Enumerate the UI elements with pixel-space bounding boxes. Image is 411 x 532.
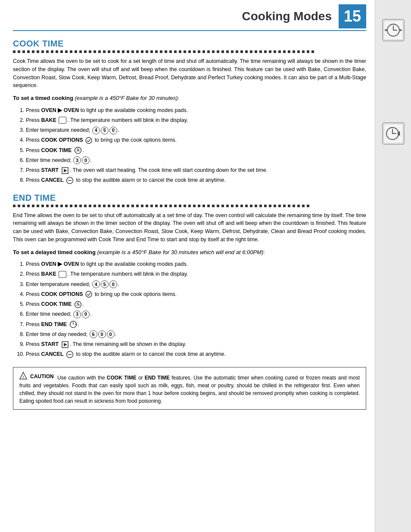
dot xyxy=(288,50,290,53)
end-time-step-9: Press START . The time remaining will be… xyxy=(26,340,366,349)
dot xyxy=(274,50,276,53)
dot xyxy=(202,205,205,207)
svg-point-0 xyxy=(86,137,92,143)
end-time-step-4: Press COOK OPTIONS to bring up the cook … xyxy=(26,290,366,299)
dot xyxy=(27,50,30,53)
key-0d: 0 xyxy=(82,311,90,318)
dot xyxy=(155,50,158,53)
cancel-icon-2 xyxy=(66,351,74,358)
dot xyxy=(283,205,286,207)
key-6: 6 xyxy=(90,330,97,338)
dot xyxy=(165,205,167,207)
page-title: Cooking Modes xyxy=(13,9,339,23)
dot xyxy=(311,50,314,53)
dot xyxy=(307,205,309,207)
checkmark-icon xyxy=(85,137,92,144)
dot xyxy=(18,50,20,53)
end-time-sub-heading: To set a delayed timed cooking (example … xyxy=(13,248,366,257)
dot xyxy=(240,50,243,53)
dot xyxy=(278,50,281,53)
dot xyxy=(141,205,143,207)
end-time-step-5: Press COOK TIME . xyxy=(26,300,366,309)
dot xyxy=(122,205,125,207)
dot xyxy=(297,205,300,207)
dot xyxy=(236,50,238,53)
cook-time-btn-icon xyxy=(74,146,82,154)
dot xyxy=(217,205,219,207)
key-5: 5 xyxy=(101,127,109,134)
cook-time-sub-heading-colon: : xyxy=(178,95,180,101)
dot xyxy=(146,50,148,53)
dot xyxy=(221,205,224,207)
dot xyxy=(297,50,300,53)
dot xyxy=(302,50,305,53)
dot xyxy=(307,50,309,53)
dot xyxy=(179,50,181,53)
caution-box: ! CAUTION Use caution with the COOK TIME… xyxy=(13,367,366,410)
key-3: 3 xyxy=(73,156,81,164)
dot xyxy=(184,50,186,53)
end-time-step-2: Press BAKE . The temperature numbers wil… xyxy=(26,270,366,279)
dot xyxy=(188,50,191,53)
dot xyxy=(212,205,215,207)
end-time-heading: END TIME xyxy=(13,193,366,203)
dot xyxy=(255,205,257,207)
caution-label: ! CAUTION xyxy=(19,372,54,382)
dot xyxy=(269,50,271,53)
svg-marker-12 xyxy=(64,343,67,346)
dot xyxy=(127,205,129,207)
cook-time-btn-icon-2 xyxy=(74,301,82,308)
dot xyxy=(236,205,238,207)
dot xyxy=(231,205,234,207)
dot xyxy=(240,205,243,207)
dot xyxy=(32,205,34,207)
dot xyxy=(93,205,96,207)
cook-time-divider xyxy=(13,50,366,53)
cancel-icon xyxy=(66,177,74,184)
cook-time-step-7: Press START . The oven will start heatin… xyxy=(26,166,366,175)
dot xyxy=(169,50,172,53)
dot xyxy=(84,50,87,53)
bake-square-icon-2 xyxy=(59,271,66,278)
end-time-step-8: Enter time of day needed; 600. xyxy=(26,330,366,339)
main-content: Cooking Modes 15 COOK TIME xyxy=(0,0,375,532)
dot xyxy=(108,50,110,53)
caution-triangle-icon: ! xyxy=(19,372,27,382)
dot xyxy=(264,205,267,207)
dot xyxy=(169,205,172,207)
dot xyxy=(174,50,177,53)
dot xyxy=(146,205,148,207)
cook-time-sub-heading-bold: To set a timed cooking xyxy=(13,95,73,101)
key-4: 4 xyxy=(92,127,100,134)
page-number: 15 xyxy=(339,4,366,28)
dot xyxy=(245,205,248,207)
dot xyxy=(75,205,77,207)
dot xyxy=(198,205,200,207)
dot xyxy=(41,205,44,207)
dot xyxy=(136,50,139,53)
cook-time-step-6: Enter time needed; 30. xyxy=(26,156,366,165)
dot xyxy=(51,205,53,207)
dot xyxy=(160,205,162,207)
dot xyxy=(184,205,186,207)
cook-time-steps: Press OVEN ▶ OVEN to light up the availa… xyxy=(13,106,366,185)
dot xyxy=(212,50,215,53)
dot xyxy=(79,50,82,53)
dot xyxy=(32,50,34,53)
cook-time-step-5: Press COOK TIME . xyxy=(26,146,366,155)
dot xyxy=(217,50,219,53)
dot xyxy=(264,50,267,53)
dot xyxy=(150,50,153,53)
dot xyxy=(202,50,205,53)
key-0e: 0 xyxy=(98,330,106,338)
key-3b: 3 xyxy=(73,311,81,318)
cook-time-section: COOK TIME xyxy=(13,39,366,185)
checkmark-icon-2 xyxy=(85,291,92,298)
end-time-divider xyxy=(13,205,366,207)
cook-time-sidebar-icon xyxy=(380,17,406,43)
dot xyxy=(112,50,115,53)
start-icon xyxy=(61,167,69,174)
dot xyxy=(302,205,305,207)
end-time-step-7: Press END TIME . xyxy=(26,320,366,329)
dot xyxy=(188,205,191,207)
